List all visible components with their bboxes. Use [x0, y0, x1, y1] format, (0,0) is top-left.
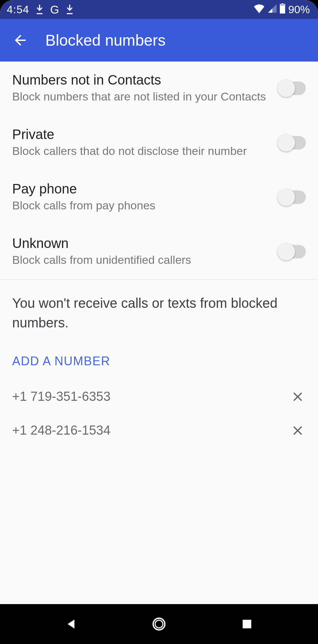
blocked-item: +1 719-351-6353 [0, 380, 318, 414]
close-icon [290, 389, 305, 404]
setting-unknown[interactable]: Unknown Block calls from unidentified ca… [0, 225, 318, 279]
nav-home-button[interactable] [139, 611, 179, 638]
toggle-knob [277, 188, 295, 206]
nav-recent-button[interactable] [227, 611, 267, 638]
navigation-bar [0, 604, 318, 644]
download-icon [35, 4, 44, 15]
blocked-item: +1 248-216-1534 [0, 414, 318, 447]
download-icon [65, 4, 74, 15]
svg-rect-0 [37, 13, 43, 14]
battery-percentage: 90% [288, 3, 310, 16]
circle-home-icon [151, 616, 167, 632]
setting-desc: Block calls from pay phones [12, 198, 271, 213]
status-right: 90% [253, 3, 310, 16]
toggle-unknown[interactable] [278, 245, 306, 258]
setting-text: Pay phone Block calls from pay phones [12, 181, 278, 213]
toggle-knob [277, 79, 295, 97]
setting-text: Unknown Block calls from unidentified ca… [12, 236, 278, 268]
status-time: 4:54 [7, 3, 29, 16]
svg-rect-4 [280, 5, 285, 14]
toggle-private[interactable] [278, 136, 306, 150]
svg-point-6 [155, 620, 163, 628]
svg-rect-1 [67, 13, 72, 14]
setting-desc: Block calls from unidentified callers [12, 252, 271, 268]
remove-blocked-button[interactable] [290, 389, 306, 405]
toggle-pay-phone[interactable] [278, 190, 306, 204]
content-area: Numbers not in Contacts Block numbers th… [0, 62, 318, 604]
back-button[interactable] [12, 32, 28, 48]
blocked-number: +1 248-216-1534 [12, 423, 111, 438]
setting-title: Pay phone [12, 181, 271, 197]
setting-private[interactable]: Private Block callers that do not disclo… [0, 116, 318, 170]
cell-signal-icon [267, 4, 277, 16]
setting-desc: Block callers that do not disclose their… [12, 143, 271, 159]
remove-blocked-button[interactable] [290, 422, 306, 439]
battery-icon [279, 3, 286, 16]
toggle-knob [277, 243, 295, 260]
toggle-numbers-not-in-contacts[interactable] [278, 82, 306, 95]
app-bar: Blocked numbers [0, 19, 318, 62]
add-number-button[interactable]: ADD A NUMBER [0, 336, 122, 380]
setting-pay-phone[interactable]: Pay phone Block calls from pay phones [0, 170, 318, 225]
setting-numbers-not-in-contacts[interactable]: Numbers not in Contacts Block numbers th… [0, 62, 318, 116]
arrow-back-icon [12, 32, 28, 48]
status-left: 4:54 G [7, 3, 74, 16]
square-recent-icon [241, 618, 253, 630]
setting-title: Private [12, 127, 271, 142]
toggle-knob [277, 134, 295, 152]
blocked-info-text: You won't receive calls or texts from bl… [0, 280, 318, 336]
google-icon: G [50, 3, 59, 16]
wifi-icon [253, 4, 265, 16]
setting-title: Unknown [12, 236, 271, 251]
setting-title: Numbers not in Contacts [12, 72, 271, 88]
status-bar: 4:54 G 90% [0, 0, 318, 19]
nav-back-button[interactable] [51, 611, 91, 638]
setting-text: Private Block callers that do not disclo… [12, 127, 278, 159]
setting-text: Numbers not in Contacts Block numbers th… [12, 72, 278, 105]
triangle-back-icon [64, 617, 78, 631]
blocked-number: +1 719-351-6353 [12, 389, 111, 404]
svg-rect-7 [243, 620, 251, 628]
close-icon [290, 423, 305, 438]
page-title: Blocked numbers [45, 31, 165, 49]
setting-desc: Block numbers that are not listed in you… [12, 89, 271, 105]
